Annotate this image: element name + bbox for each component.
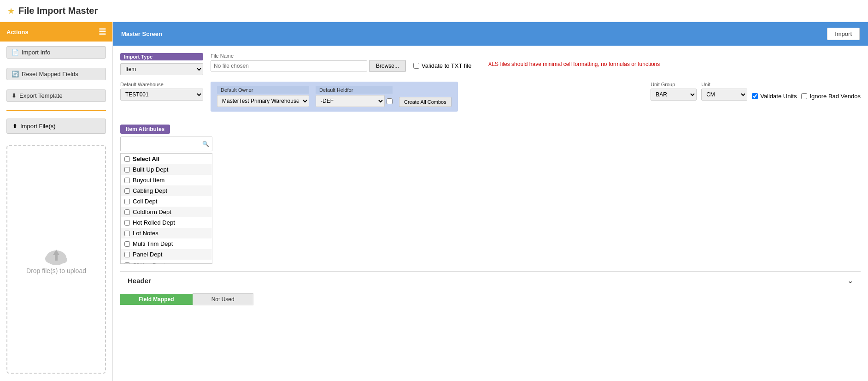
unit-select[interactable]: CM xyxy=(701,89,747,101)
attribute-search-box: 🔍 xyxy=(120,137,212,151)
default-heldfor-select[interactable]: -DEF xyxy=(316,95,385,107)
ignore-bad-vendors-label: Ignore Bad Vendos xyxy=(809,93,861,100)
default-heldfor-label: Default Heldfor xyxy=(316,86,393,94)
file-name-input[interactable] xyxy=(211,60,367,71)
cloud-upload-icon xyxy=(42,244,70,267)
chevron-down-icon[interactable]: ⌄ xyxy=(847,276,853,285)
export-template-label: Export Template xyxy=(19,92,63,99)
coldform-dept-checkbox[interactable] xyxy=(124,209,130,215)
svg-point-2 xyxy=(58,256,67,263)
coldform-dept-label: Coldform Dept xyxy=(133,208,171,215)
lot-notes-label: Lot Notes xyxy=(133,230,158,237)
sidebar: Actions ☰ 📄 Import Info 🔄 Reset Mapped F… xyxy=(0,22,113,381)
attr-panel-dept[interactable]: Panel Dept xyxy=(121,249,212,260)
export-template-button[interactable]: ⬇ Export Template xyxy=(0,85,112,107)
drop-text: Drop file(s) to upload xyxy=(26,267,86,274)
panel-dept-label: Panel Dept xyxy=(133,251,162,258)
unit-section: Unit Group BAR Unit CM xyxy=(651,82,861,101)
select-all-checkbox[interactable] xyxy=(124,156,130,162)
attr-coil-dept[interactable]: Coil Dept xyxy=(121,196,212,207)
reset-mapped-fields-button[interactable]: 🔄 Reset Mapped Fields xyxy=(0,63,112,85)
import-type-select[interactable]: Item xyxy=(120,63,203,75)
default-warehouse-select[interactable]: TEST001 xyxy=(120,89,203,101)
item-attributes-section: Item Attributes 🔍 Select All Built-Up De… xyxy=(120,125,861,264)
unit-group-label: Unit Group xyxy=(651,82,697,87)
lot-notes-checkbox[interactable] xyxy=(124,231,130,236)
actions-header: Actions ☰ xyxy=(0,22,112,42)
import-info-label: Import Info xyxy=(22,49,50,56)
multi-trim-dept-checkbox[interactable] xyxy=(124,241,130,247)
attr-hot-rolled-dept[interactable]: Hot Rolled Dept xyxy=(121,217,212,228)
upload-icon: ⬆ xyxy=(12,123,18,130)
header-title: Header xyxy=(128,277,151,285)
page-title-bar: ★ File Import Master xyxy=(0,0,868,22)
search-icon: 🔍 xyxy=(202,141,209,147)
attr-lot-notes[interactable]: Lot Notes xyxy=(121,228,212,238)
not-used-legend: Not Used xyxy=(193,293,253,305)
unit-group: Unit CM xyxy=(701,82,747,101)
import-type-group: Import Type Item xyxy=(120,53,203,75)
default-owner-label: Default Owner xyxy=(217,86,309,94)
attr-select-all[interactable]: Select All xyxy=(121,154,212,164)
svg-point-1 xyxy=(45,254,56,263)
legend-row: Field Mapped Not Used xyxy=(120,293,861,305)
attr-cabling-dept[interactable]: Cabling Dept xyxy=(121,185,212,196)
built-up-dept-checkbox[interactable] xyxy=(124,167,130,173)
attribute-search-input[interactable] xyxy=(123,139,200,149)
attr-built-up-dept[interactable]: Built-Up Dept xyxy=(121,164,212,175)
buyout-item-label: Buyout Item xyxy=(133,177,164,184)
slitting-dept-checkbox[interactable] xyxy=(124,262,130,264)
reset-mapped-label: Reset Mapped Fields xyxy=(22,71,78,77)
master-screen-header: Master Screen Import xyxy=(113,22,868,46)
header-section: Header ⌄ xyxy=(120,271,861,290)
drop-zone[interactable]: Drop file(s) to upload xyxy=(6,145,106,374)
default-owner-select[interactable]: MasterTest Primary Warehouse xyxy=(217,95,309,107)
unit-label: Unit xyxy=(701,82,747,87)
attr-coldform-dept[interactable]: Coldform Dept xyxy=(121,207,212,217)
validate-units-checkbox[interactable] xyxy=(752,93,758,99)
actions-label: Actions xyxy=(6,29,29,36)
attr-slitting-dept[interactable]: Slitting Dept xyxy=(121,260,212,264)
attribute-list: Select All Built-Up Dept Buyout Item Cab… xyxy=(120,153,212,264)
ignore-bad-vendors-checkbox[interactable] xyxy=(801,93,807,99)
blue-section: Default Owner MasterTest Primary Warehou… xyxy=(211,82,458,112)
attr-multi-trim-dept[interactable]: Multi Trim Dept xyxy=(121,238,212,249)
coil-dept-checkbox[interactable] xyxy=(124,199,130,204)
hot-rolled-dept-label: Hot Rolled Dept xyxy=(133,219,175,226)
multi-trim-dept-label: Multi Trim Dept xyxy=(133,240,173,247)
main-content: Master Screen Import Import Type Item Fi… xyxy=(113,22,868,381)
default-warehouse-group: Default Warehouse TEST001 xyxy=(120,82,203,101)
import-files-button[interactable]: ⬆ Import File(s) xyxy=(6,119,106,134)
panel-dept-checkbox[interactable] xyxy=(124,252,130,257)
import-info-button[interactable]: 📄 Import Info xyxy=(0,42,112,63)
main-body: Import Type Item File Name Browse... xyxy=(113,46,868,381)
default-row: Default Warehouse TEST001 Default Owner … xyxy=(120,82,861,118)
xls-warning: XLS files should have minimal cell forma… xyxy=(488,61,660,67)
hot-rolled-dept-checkbox[interactable] xyxy=(124,220,130,226)
browse-button[interactable]: Browse... xyxy=(369,60,406,72)
buyout-item-checkbox[interactable] xyxy=(124,178,130,183)
sidebar-divider xyxy=(6,110,106,111)
heldfor-checkbox[interactable] xyxy=(387,98,393,104)
select-all-label: Select All xyxy=(133,155,159,162)
attr-buyout-item[interactable]: Buyout Item xyxy=(121,175,212,185)
create-all-combos-button[interactable]: Create All Combos xyxy=(399,97,452,107)
cabling-dept-label: Cabling Dept xyxy=(133,187,167,194)
ignore-bad-vendors-group: Ignore Bad Vendos xyxy=(801,93,861,101)
hamburger-icon[interactable]: ☰ xyxy=(99,27,106,37)
validate-checkbox[interactable] xyxy=(413,63,419,69)
validate-label: Validate to TXT file xyxy=(422,62,471,69)
import-button[interactable]: Import xyxy=(827,28,860,40)
validate-units-label: Validate Units xyxy=(760,93,797,100)
master-screen-title: Master Screen xyxy=(121,30,162,37)
reset-icon: 🔄 xyxy=(12,71,19,77)
default-heldfor-group: Default Heldfor -DEF xyxy=(316,86,393,107)
file-name-group: File Name Browse... xyxy=(211,53,406,72)
built-up-dept-label: Built-Up Dept xyxy=(133,166,168,173)
import-type-label: Import Type xyxy=(120,53,203,60)
default-warehouse-label: Default Warehouse xyxy=(120,82,203,87)
unit-group-select[interactable]: BAR xyxy=(651,89,697,101)
cabling-dept-checkbox[interactable] xyxy=(124,188,130,194)
unit-group-group: Unit Group BAR xyxy=(651,82,697,101)
validate-units-group: Validate Units xyxy=(752,93,797,101)
